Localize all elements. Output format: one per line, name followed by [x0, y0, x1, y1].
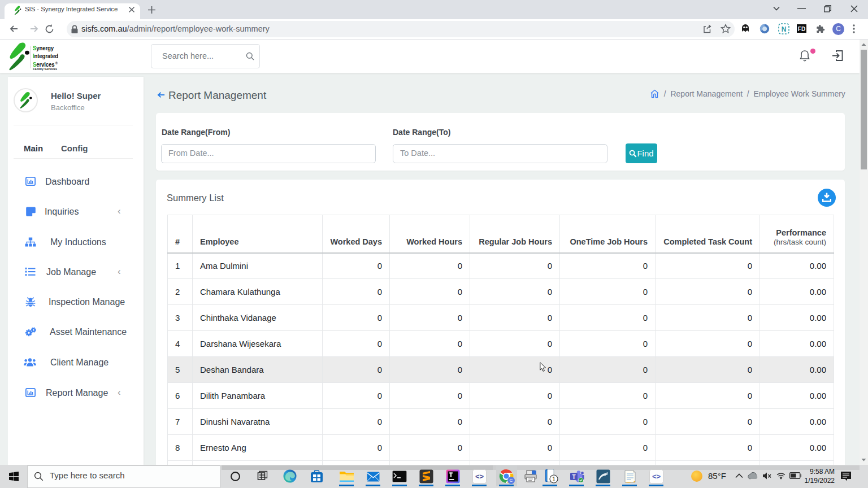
svg-text:1: 1	[552, 476, 555, 482]
svg-text:T: T	[572, 474, 575, 480]
svg-text:N: N	[782, 25, 787, 33]
svg-text:<>: <>	[652, 472, 661, 481]
svg-text:<>: <>	[475, 472, 484, 481]
svg-text:FD: FD	[798, 26, 805, 32]
